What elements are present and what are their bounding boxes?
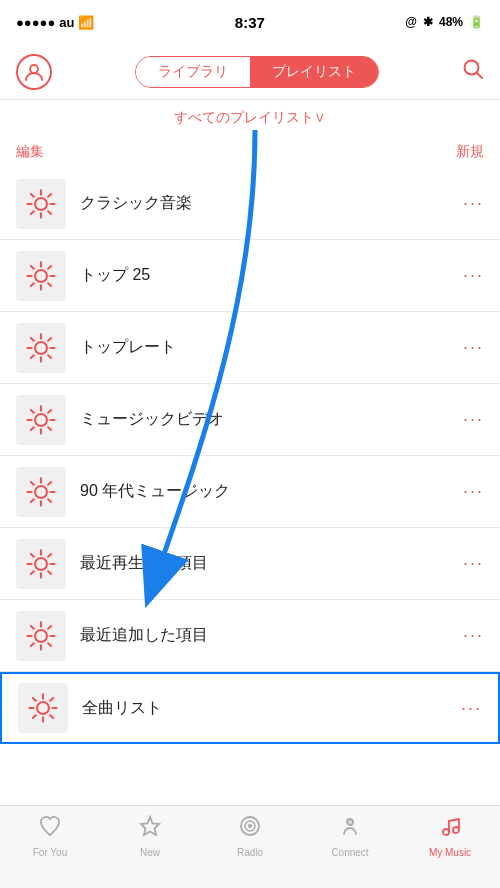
tab-icon-my-music bbox=[438, 814, 462, 844]
svg-line-19 bbox=[48, 265, 51, 268]
tab-item-for-you[interactable]: For You bbox=[0, 814, 100, 858]
more-button[interactable]: ··· bbox=[463, 409, 484, 430]
svg-line-53 bbox=[31, 553, 34, 556]
svg-text:@: @ bbox=[348, 819, 355, 826]
playlist-item-8[interactable]: 全曲リスト ··· bbox=[0, 672, 500, 744]
more-button[interactable]: ··· bbox=[461, 698, 482, 719]
playlist-item-1[interactable]: クラシック音楽 ··· bbox=[0, 168, 500, 240]
tab-icon-connect: @ bbox=[338, 814, 362, 844]
playlist-item-6[interactable]: 最近再生した項目 ··· bbox=[0, 528, 500, 600]
playlist-item-3[interactable]: トップレート ··· bbox=[0, 312, 500, 384]
playlist-icon bbox=[16, 251, 66, 301]
carrier-label: au bbox=[59, 15, 74, 30]
more-button[interactable]: ··· bbox=[463, 553, 484, 574]
signal-dots: ●●●●● bbox=[16, 15, 55, 30]
svg-marker-76 bbox=[141, 817, 159, 835]
svg-line-28 bbox=[48, 337, 51, 340]
tab-item-connect[interactable]: @ Connect bbox=[300, 814, 400, 858]
svg-line-71 bbox=[33, 698, 36, 701]
svg-line-46 bbox=[48, 481, 51, 484]
playlist-item-5[interactable]: 90 年代ミュージック ··· bbox=[0, 456, 500, 528]
svg-line-27 bbox=[48, 355, 51, 358]
playlist-title: 90 年代ミュージック bbox=[80, 481, 463, 502]
playlist-title: 最近追加した項目 bbox=[80, 625, 463, 646]
svg-line-11 bbox=[31, 211, 34, 214]
playlist-tab[interactable]: プレイリスト bbox=[250, 57, 378, 87]
svg-line-44 bbox=[31, 481, 34, 484]
status-left: ●●●●● au 📶 bbox=[16, 15, 94, 30]
bluetooth-icon: ✱ bbox=[423, 15, 433, 29]
svg-line-65 bbox=[31, 643, 34, 646]
svg-point-79 bbox=[248, 824, 252, 828]
location-icon: @ bbox=[405, 15, 417, 29]
svg-point-57 bbox=[35, 630, 47, 642]
svg-line-8 bbox=[31, 193, 34, 196]
svg-point-3 bbox=[35, 198, 47, 210]
svg-point-12 bbox=[35, 270, 47, 282]
svg-point-30 bbox=[35, 414, 47, 426]
tab-item-radio[interactable]: Radio bbox=[200, 814, 300, 858]
svg-point-0 bbox=[30, 65, 38, 73]
svg-point-66 bbox=[37, 702, 49, 714]
playlist-icon bbox=[16, 611, 66, 661]
more-button[interactable]: ··· bbox=[463, 265, 484, 286]
svg-line-54 bbox=[48, 571, 51, 574]
svg-line-37 bbox=[48, 409, 51, 412]
svg-line-74 bbox=[33, 715, 36, 718]
playlist-item-4[interactable]: ミュージックビデオ ··· bbox=[0, 384, 500, 456]
playlist-title: トップ 25 bbox=[80, 265, 463, 286]
tab-icon-radio bbox=[238, 814, 262, 844]
tab-item-my-music[interactable]: My Music bbox=[400, 814, 500, 858]
more-button[interactable]: ··· bbox=[463, 625, 484, 646]
subtitle-text: すべてのプレイリスト∨ bbox=[174, 109, 326, 127]
new-button[interactable]: 新規 bbox=[456, 143, 484, 161]
tab-label-my-music: My Music bbox=[429, 847, 471, 858]
status-bar: ●●●●● au 📶 8:37 @ ✱ 48% 🔋 bbox=[0, 0, 500, 44]
svg-line-9 bbox=[48, 211, 51, 214]
svg-line-10 bbox=[48, 193, 51, 196]
playlist-icon bbox=[18, 683, 68, 733]
tab-icon-new bbox=[138, 814, 162, 844]
subtitle-bar: すべてのプレイリスト∨ bbox=[0, 100, 500, 136]
playlist-title: ミュージックビデオ bbox=[80, 409, 463, 430]
svg-line-18 bbox=[48, 283, 51, 286]
playlist-icon bbox=[16, 395, 66, 445]
svg-point-21 bbox=[35, 342, 47, 354]
svg-point-39 bbox=[35, 486, 47, 498]
playlist-icon bbox=[16, 323, 66, 373]
battery-icon: 🔋 bbox=[469, 15, 484, 29]
playlist-list: クラシック音楽 ··· トップ 25 ··· bbox=[0, 168, 500, 744]
svg-line-47 bbox=[31, 499, 34, 502]
playlist-icon bbox=[16, 539, 66, 589]
tab-label-connect: Connect bbox=[331, 847, 368, 858]
tab-label-new: New bbox=[140, 847, 160, 858]
svg-line-20 bbox=[31, 283, 34, 286]
playlist-item-2[interactable]: トップ 25 ··· bbox=[0, 240, 500, 312]
tab-label-for-you: For You bbox=[33, 847, 67, 858]
svg-line-45 bbox=[48, 499, 51, 502]
svg-point-48 bbox=[35, 558, 47, 570]
svg-line-26 bbox=[31, 337, 34, 340]
svg-line-2 bbox=[477, 73, 483, 79]
status-right: @ ✱ 48% 🔋 bbox=[405, 15, 484, 29]
edit-button[interactable]: 編集 bbox=[16, 143, 44, 161]
tab-bar: For You New Radio @ Connect My Music bbox=[0, 805, 500, 888]
svg-line-38 bbox=[31, 427, 34, 430]
playlist-title: 全曲リスト bbox=[82, 698, 461, 719]
search-icon[interactable] bbox=[462, 58, 484, 85]
tab-item-new[interactable]: New bbox=[100, 814, 200, 858]
avatar[interactable] bbox=[16, 54, 52, 90]
more-button[interactable]: ··· bbox=[463, 481, 484, 502]
wifi-icon: 📶 bbox=[78, 15, 94, 30]
svg-line-55 bbox=[48, 553, 51, 556]
playlist-title: クラシック音楽 bbox=[80, 193, 463, 214]
more-button[interactable]: ··· bbox=[463, 337, 484, 358]
playlist-title: 最近再生した項目 bbox=[80, 553, 463, 574]
more-button[interactable]: ··· bbox=[463, 193, 484, 214]
playlist-icon bbox=[16, 467, 66, 517]
svg-line-29 bbox=[31, 355, 34, 358]
nav-bar: ライブラリ プレイリスト bbox=[0, 44, 500, 100]
library-tab[interactable]: ライブラリ bbox=[136, 57, 250, 87]
playlist-item-7[interactable]: 最近追加した項目 ··· bbox=[0, 600, 500, 672]
tab-label-radio: Radio bbox=[237, 847, 263, 858]
